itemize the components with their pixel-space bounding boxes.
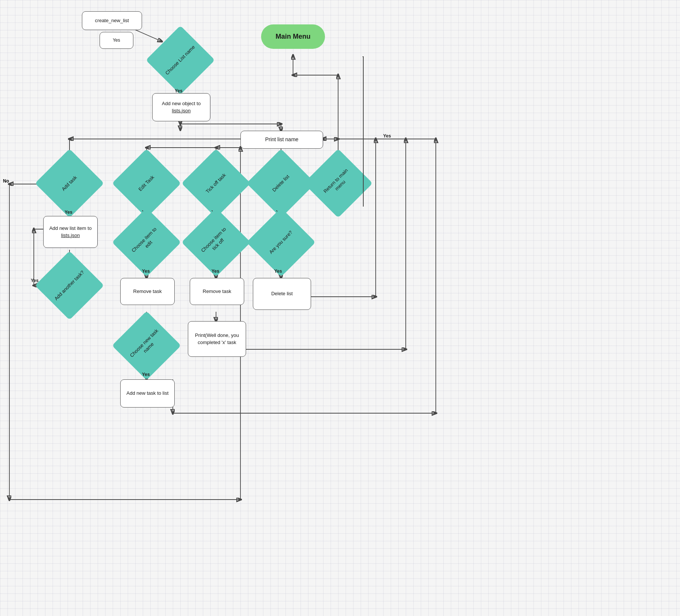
yes-label-add-task: Yes	[65, 210, 73, 215]
remove-task-tick-rect: Remove task	[190, 278, 244, 305]
print-well-done-rect: Print(Well done, you completed 'x' task	[188, 321, 246, 357]
delete-list-diamond: Delete list	[257, 159, 305, 208]
are-you-sure-diamond: Are you sure?	[257, 218, 305, 267]
flowchart: Main Menu create_new_list Yes Choose Lis…	[0, 0, 680, 616]
remove-task-edit-rect: Remove task	[120, 278, 175, 305]
no-label: No	[3, 178, 9, 184]
add-new-list-item-label: Add new list item to lists.json	[47, 225, 94, 239]
main-menu-label: Main Menu	[276, 33, 311, 41]
choose-item-to-tick-off-diamond: Choose item to tick off	[192, 218, 240, 267]
yes-decision-label: Yes	[113, 37, 120, 44]
create-new-list-rect: create_new_list	[82, 11, 142, 30]
add-new-task-to-list-label: Add new task to list	[127, 390, 169, 397]
print-list-name-label: Print list name	[265, 136, 299, 143]
yes-label-choose-edit: Yes	[142, 269, 150, 274]
add-new-task-to-list-rect: Add new task to list	[120, 379, 175, 408]
return-to-main-menu-diamond: Return to main menu	[314, 159, 363, 208]
delete-list-rect-label: Delete list	[271, 290, 293, 297]
outer-border-right	[363, 56, 364, 207]
add-new-object-rect: Add new object to lists.json	[152, 93, 210, 121]
yes-label-are-you-sure: Yes	[274, 269, 282, 274]
tick-off-task-diamond: Tick off task	[192, 159, 240, 208]
create-new-list-label: create_new_list	[95, 17, 129, 24]
add-new-list-item-rect: Add new list item to lists.json	[43, 216, 98, 248]
yes-decision-rect: Yes	[100, 32, 133, 49]
yes-label-right: Yes	[383, 133, 391, 139]
edit-task-diamond: Edit Task	[122, 159, 171, 208]
remove-task-edit-label: Remove task	[133, 288, 162, 295]
add-task-diamond: Add task	[45, 159, 94, 208]
yes-label-choose-tick: Yes	[212, 269, 219, 274]
yes-label-choose-new-task: Yes	[142, 372, 150, 377]
print-list-name-rect: Print list name	[240, 131, 323, 149]
add-new-object-label: Add new object to lists.json	[156, 100, 207, 114]
choose-item-to-edit-diamond: Choose item to edit	[122, 218, 171, 267]
main-menu-oval: Main Menu	[261, 24, 325, 49]
yes-label-choose-list: Yes	[175, 88, 183, 94]
print-well-done-label: Print(Well done, you completed 'x' task	[191, 332, 243, 346]
choose-list-name-diamond: Choose List name	[156, 36, 205, 85]
add-another-task-diamond: Add another task?	[45, 261, 94, 310]
choose-new-task-name-diamond: Choose new task name	[122, 321, 171, 370]
delete-list-rect: Delete list	[253, 278, 311, 310]
remove-task-tick-label: Remove task	[203, 288, 231, 295]
